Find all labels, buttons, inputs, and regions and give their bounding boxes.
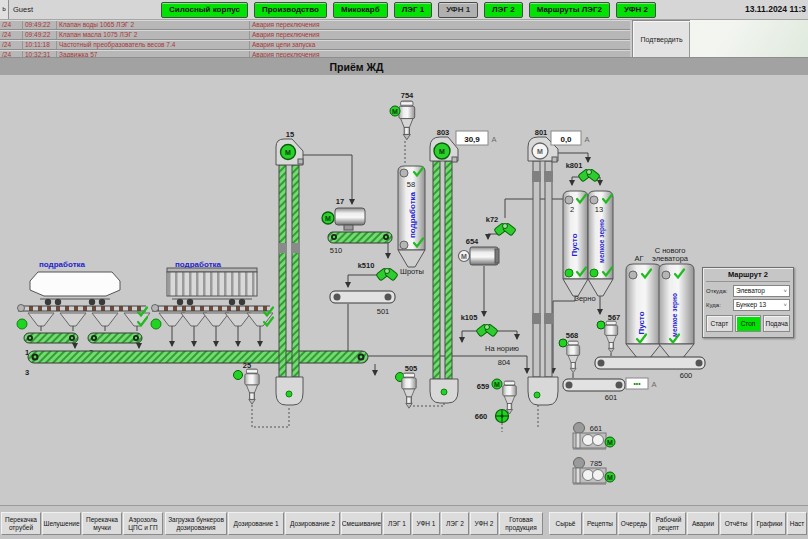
btn-otchety[interactable]: Отчёты — [720, 512, 752, 535]
datetime-label: 13.11.2024 11:3 — [745, 4, 808, 14]
nav-leg1[interactable]: ЛЭГ 1 — [394, 2, 433, 18]
btn-syrye[interactable]: Сырьё — [549, 512, 582, 535]
btn-zagruzka-bunkerov[interactable]: Загрузка бункеров дозирования — [165, 512, 227, 535]
route-to-select[interactable]: Бункер 13 ˅ — [733, 299, 790, 311]
zerno-label: Зерно — [574, 294, 595, 303]
fan-17[interactable]: 17 M — [322, 197, 365, 230]
svg-text:510: 510 — [330, 246, 343, 255]
conveyor-501[interactable]: 501 — [330, 291, 395, 316]
valve-k801[interactable]: k801 — [566, 161, 600, 182]
nav-routes-leg2[interactable]: Маршруты ЛЭГ2 — [529, 2, 610, 18]
fan-654[interactable]: 654 M — [459, 237, 500, 265]
roller-785[interactable]: 785 M — [573, 458, 615, 485]
btn-avarii[interactable]: Аварии — [687, 512, 719, 535]
btn-leg-2[interactable]: ЛЭГ 2 — [441, 512, 469, 535]
podrabotka-label-1: подработка — [39, 260, 86, 269]
route-start-button[interactable]: Старт — [706, 315, 733, 332]
btn-perekachka-muchki[interactable]: Перекачка мучки — [82, 512, 122, 535]
chevron-down-icon: ˅ — [783, 286, 787, 296]
alarm-time: 09:49:22 — [23, 31, 57, 39]
btn-grafiki[interactable]: Графики — [753, 512, 786, 535]
alarm-row[interactable]: /24 09:49:22 Клапан воды 1065 ЛЭГ 2 Авар… — [0, 20, 630, 30]
silo-ag1-state-label: Пусто — [637, 311, 646, 334]
hopper-car-empty — [30, 272, 120, 305]
alarm-type: Авария цепи запуска — [250, 41, 630, 49]
nav-ufn1[interactable]: УФН 1 — [438, 2, 478, 18]
process-diagram-area: подработка подработка — [0, 75, 808, 505]
btn-perekachka-otrubey[interactable]: Перекачка отрубей — [1, 512, 41, 535]
svg-text:17: 17 — [336, 197, 344, 206]
silo-2: 2 Пусто — [563, 191, 588, 296]
svg-text:•••: ••• — [634, 380, 642, 387]
btn-aerozol[interactable]: Аэрозоль ЦПС и ГП — [123, 512, 163, 535]
top-bar: ь Guest Силосный корпус Производство Мик… — [0, 0, 808, 20]
btn-smeshivanie[interactable]: Смешивание — [341, 512, 382, 535]
svg-text:k72: k72 — [486, 215, 499, 224]
user-label: Guest — [13, 5, 33, 14]
confirm-button[interactable]: Подтвердить — [632, 20, 691, 59]
nav-mikokarb[interactable]: Микокарб — [333, 2, 388, 18]
btn-leg-1[interactable]: ЛЭГ 1 — [383, 512, 411, 535]
conveyor-601[interactable]: 601 — [563, 379, 625, 402]
svg-text:801: 801 — [535, 128, 548, 137]
sampler-659[interactable]: 659 M — [477, 379, 517, 414]
silo-13: 13 мелкое зерно — [588, 191, 613, 296]
nav-leg2[interactable]: ЛЭГ 2 — [484, 2, 523, 18]
nav-ufn2[interactable]: УФН 2 — [616, 2, 656, 18]
nav-production[interactable]: Производство — [254, 2, 327, 18]
rail-track-1 — [18, 305, 147, 312]
hopper-car-loaded — [167, 268, 257, 305]
svg-text:754: 754 — [401, 91, 414, 100]
rail-track-2 — [152, 305, 271, 312]
route-from-label: Откуда: — [706, 288, 733, 294]
bottom-group-middle: Загрузка бункеров дозирования Дозировани… — [165, 512, 544, 535]
btn-gotovaya-produkciya[interactable]: Готовая продукция — [499, 512, 543, 535]
sampler-567[interactable]: 567 — [597, 313, 620, 353]
sampler-505[interactable]: 505 — [396, 364, 418, 408]
btn-shelushenie[interactable]: Шелушение — [42, 512, 81, 535]
noria-label-2: 804 — [498, 358, 511, 367]
btn-recepty[interactable]: Рецепты — [583, 512, 617, 535]
svg-text:3: 3 — [25, 368, 29, 377]
svg-text:15: 15 — [286, 130, 294, 139]
motor-654: M — [461, 253, 467, 260]
svg-text:601: 601 — [605, 393, 618, 402]
btn-rabochiy-recept[interactable]: Рабочий рецепт — [651, 512, 686, 535]
btn-ufn-2[interactable]: УФН 2 — [470, 512, 498, 535]
elevator-803[interactable]: 803 M — [430, 128, 458, 403]
svg-text:А: А — [491, 135, 496, 144]
route-panel: Маршрут 2 Откуда: Элеватор ˅ Куда: Бунке… — [702, 267, 794, 338]
svg-text:568: 568 — [566, 331, 579, 340]
valve-k510[interactable]: k510 — [358, 261, 398, 281]
conveyor-3[interactable]: 3 — [25, 351, 368, 377]
conveyor-600[interactable]: 600 — [595, 357, 705, 380]
sampler-25[interactable]: 25 — [234, 361, 260, 404]
partial-left-button[interactable]: ь — [0, 0, 9, 19]
conveyor-510[interactable]: 510 — [328, 232, 392, 255]
silo2-state-label: Пусто — [570, 233, 579, 256]
roller-661[interactable]: 661 M — [573, 423, 615, 450]
route-from-select[interactable]: Элеватор ˅ — [733, 285, 790, 297]
svg-text:30,9: 30,9 — [464, 135, 480, 144]
bottom-group-left: Перекачка отрубей Шелушение Перекачка му… — [1, 512, 164, 535]
nav-silos-building[interactable]: Силосный корпус — [161, 2, 248, 18]
sampler-568[interactable]: 568 — [559, 331, 580, 373]
elevator-15[interactable]: 15 M — [276, 130, 303, 405]
motor-661: M — [607, 439, 613, 446]
motor-659: M — [494, 381, 500, 388]
sampler-754[interactable]: 754 M — [390, 91, 415, 140]
valve-k72[interactable]: k72 — [486, 215, 516, 236]
btn-dozirovanie-1[interactable]: Дозирование 1 — [228, 512, 284, 535]
alarm-row[interactable]: /24 10:11:18 Частотный преобразователь в… — [0, 40, 630, 50]
alarm-row[interactable]: /24 09:49:22 Клапан масла 1075 ЛЭГ 2 Ава… — [0, 30, 630, 40]
btn-ufn-1[interactable]: УФН 1 — [412, 512, 440, 535]
bottom-bar: Перекачка отрубей Шелушение Перекачка му… — [0, 505, 808, 539]
btn-ochered[interactable]: Очередь — [618, 512, 650, 535]
track2-status-lamp — [151, 319, 161, 329]
btn-nastroyki[interactable]: Наст — [787, 512, 807, 535]
btn-dozirovanie-2[interactable]: Дозирование 2 — [285, 512, 340, 535]
valve-k105[interactable]: k105 — [461, 313, 498, 337]
silo-ag2-state-label: мелкое зерно — [671, 293, 679, 337]
route-feed-button[interactable]: Подача — [763, 315, 790, 332]
route-stop-button[interactable]: Стоп — [735, 315, 762, 332]
